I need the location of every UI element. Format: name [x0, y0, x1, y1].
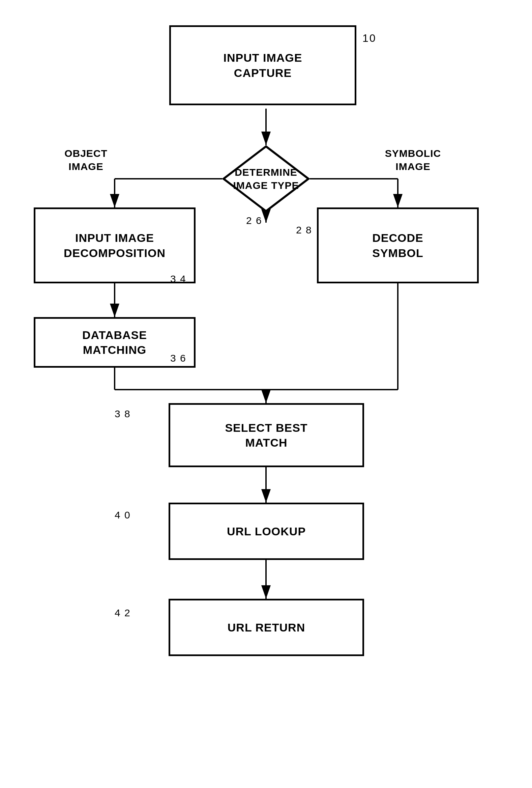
ref-10: 10 [363, 32, 376, 44]
decode-symbol-label: DECODESYMBOL [372, 230, 423, 260]
ref-40: 4 0 [115, 509, 131, 521]
input-image-capture-label: INPUT IMAGECAPTURE [224, 50, 302, 80]
ref-42: 4 2 [115, 607, 131, 619]
ref-28: 2 8 [296, 224, 312, 236]
determine-image-type-label: DETERMINEIMAGE TYPE [233, 165, 299, 192]
ref-26: 2 6 [246, 215, 262, 226]
determine-image-type-diamond: DETERMINEIMAGE TYPE [222, 145, 310, 213]
url-lookup-box: URL LOOKUP [168, 503, 364, 560]
input-image-decomposition-label: INPUT IMAGEDECOMPOSITION [64, 230, 166, 260]
ref-36: 3 6 [170, 353, 186, 364]
symbolic-image-label: SYMBOLICIMAGE [376, 147, 450, 173]
url-return-box: URL RETURN [168, 599, 364, 656]
ref-34: 3 4 [170, 273, 186, 285]
decode-symbol-box: DECODESYMBOL [317, 208, 479, 283]
url-lookup-label: URL LOOKUP [227, 524, 306, 539]
select-best-match-label: SELECT BESTMATCH [225, 420, 307, 450]
ref-38: 3 8 [115, 408, 131, 420]
url-return-label: URL RETURN [228, 620, 305, 635]
input-image-capture-box: INPUT IMAGECAPTURE [169, 25, 356, 105]
database-matching-label: DATABASEMATCHING [82, 328, 147, 357]
select-best-match-box: SELECT BESTMATCH [168, 403, 364, 467]
object-image-label: OBJECTIMAGE [54, 147, 118, 173]
input-image-decomposition-box: INPUT IMAGEDECOMPOSITION [34, 208, 196, 283]
